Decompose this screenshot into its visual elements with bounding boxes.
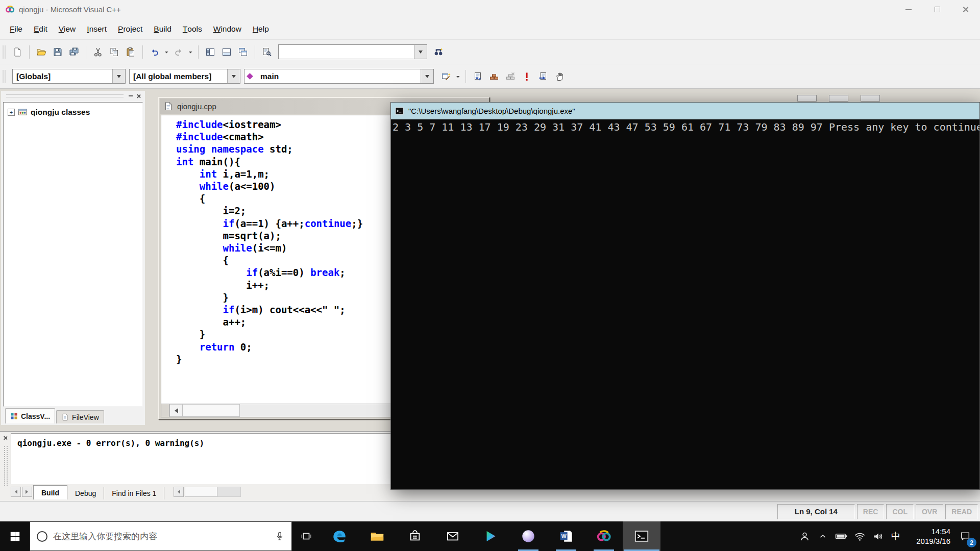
tree-expand-toggle[interactable]: + [8, 109, 15, 116]
menu-build[interactable]: Build [148, 19, 177, 39]
menu-tools[interactable]: Tools [177, 19, 208, 39]
drag-grip[interactable] [6, 94, 124, 97]
wizard-actions-button[interactable] [438, 69, 454, 84]
search-doc-button[interactable] [259, 44, 275, 60]
people-button[interactable] [795, 521, 814, 551]
menu-edit[interactable]: Edit [28, 19, 53, 39]
copy-button[interactable] [107, 44, 122, 60]
standard-toolbar [0, 40, 980, 64]
task-view-button[interactable] [292, 521, 321, 551]
go-button[interactable] [535, 69, 551, 84]
taskbar-word-button[interactable]: W [547, 521, 585, 551]
build-button[interactable] [486, 69, 502, 84]
new-file-button[interactable] [10, 44, 25, 60]
minimize-button[interactable] [894, 0, 923, 19]
open-folder-button[interactable] [34, 44, 49, 60]
taskbar-browser-sphere-button[interactable] [509, 521, 547, 551]
scroll-left-button[interactable] [174, 487, 184, 497]
tree-root-node[interactable]: + qiongju classes [4, 103, 142, 121]
chevron-up-button[interactable] [814, 521, 832, 551]
undo-button[interactable] [147, 44, 162, 60]
member-combo-dropdown[interactable] [421, 69, 433, 83]
wifi-button[interactable] [850, 521, 869, 551]
class-view-tree[interactable]: + qiongju classes [3, 102, 143, 407]
taskbar-edge-button[interactable] [321, 521, 358, 551]
maximize-button[interactable] [923, 0, 951, 19]
workspace-close-button[interactable] [135, 92, 143, 100]
taskbar-visual-cpp-button[interactable] [585, 521, 623, 551]
find-combo-dropdown[interactable] [414, 45, 427, 59]
dropdown-caret-button[interactable] [455, 69, 461, 84]
taskbar-media-player-button[interactable] [472, 521, 509, 551]
cut-button[interactable] [90, 44, 106, 60]
menu-insert[interactable]: Insert [81, 19, 112, 39]
menu-file[interactable]: File [4, 19, 28, 39]
tab-fileview[interactable]: FileView [56, 410, 104, 423]
svg-text:W: W [561, 533, 567, 539]
console-body[interactable]: 2 3 5 7 11 13 17 19 23 29 31 37 41 43 47… [391, 119, 979, 489]
scope-combo-dropdown[interactable] [112, 69, 125, 83]
workspace-dock-button[interactable] [127, 92, 135, 100]
save-button[interactable] [50, 44, 65, 60]
dropdown-caret-button[interactable] [187, 44, 194, 60]
taskbar-search[interactable]: 在这里输入你要搜索的内容 [30, 521, 292, 551]
menu-project[interactable]: Project [112, 19, 148, 39]
battery-button[interactable] [832, 521, 850, 551]
output-side-strip [2, 434, 10, 498]
menu-help[interactable]: Help [247, 19, 275, 39]
output-tab-debug[interactable]: Debug [67, 487, 104, 499]
scroll-left-button[interactable] [169, 404, 183, 417]
workspace-header[interactable] [1, 91, 145, 101]
toolbar-grip[interactable] [3, 45, 6, 59]
output-tab-build[interactable]: Build [33, 485, 67, 499]
stop-build-button[interactable] [503, 69, 518, 84]
find-combo[interactable] [278, 44, 427, 59]
output-scrollbar[interactable] [174, 487, 241, 497]
microphone-icon[interactable] [275, 531, 285, 541]
window-list-button[interactable] [235, 44, 251, 60]
taskbar-mail-button[interactable] [434, 521, 472, 551]
drag-grip[interactable] [4, 446, 8, 486]
toggle-breakpoint-button[interactable] [552, 69, 567, 84]
wizard-filter-combo[interactable]: [All global members] [129, 69, 240, 84]
find-combo-input[interactable] [279, 45, 414, 59]
dropdown-caret-button[interactable] [163, 44, 170, 60]
execute-program-button[interactable] [519, 69, 534, 84]
menu-view[interactable]: View [53, 19, 82, 39]
tabs-scroll-right-button[interactable] [22, 487, 32, 497]
taskbar-console-app-button[interactable] [623, 521, 660, 551]
paste-button[interactable] [123, 44, 138, 60]
tabs-scroll-left-button[interactable] [11, 487, 21, 497]
start-button[interactable] [0, 521, 30, 551]
save-all-button[interactable] [66, 44, 82, 60]
workspace-pane-button[interactable] [203, 44, 218, 60]
toolbar-grip[interactable] [3, 70, 6, 83]
splitter-box[interactable] [161, 404, 169, 417]
console-title-bar[interactable]: "C:\Users\wangfang\Desktop\Debug\qiongju… [391, 103, 979, 119]
output-tab-find-in-files-1[interactable]: Find in Files 1 [104, 487, 164, 499]
classes-root-icon [18, 107, 28, 117]
close-button[interactable] [951, 0, 980, 19]
taskbar-store-button[interactable] [396, 521, 434, 551]
arrow-left-icon [176, 490, 180, 494]
wizard-scope-combo[interactable]: [Globals] [12, 69, 126, 84]
filter-combo-dropdown[interactable] [227, 69, 240, 83]
tab-classv[interactable]: ClassV... [5, 408, 55, 423]
scrollbar-thumb[interactable] [183, 404, 240, 417]
redo-button[interactable] [171, 44, 186, 60]
output-pane-button[interactable] [219, 44, 234, 60]
wizard-member-combo[interactable]: main [244, 69, 434, 84]
scrollbar-thumb[interactable] [185, 487, 217, 497]
scrollbar-track[interactable] [217, 487, 241, 497]
menu-window[interactable]: Window [208, 19, 247, 39]
class-view-icon [10, 412, 18, 420]
find-in-files-button[interactable] [431, 44, 446, 60]
compile-button[interactable] [470, 69, 485, 84]
notifications-button[interactable]: 2 [953, 521, 977, 551]
taskbar-clock[interactable]: 14:542019/3/16 [904, 521, 953, 551]
dock-icon [129, 95, 133, 96]
ime-indicator[interactable]: 中 [887, 521, 904, 551]
output-close-button[interactable] [2, 434, 10, 442]
volume-button[interactable] [869, 521, 887, 551]
taskbar-file-explorer-button[interactable] [358, 521, 396, 551]
